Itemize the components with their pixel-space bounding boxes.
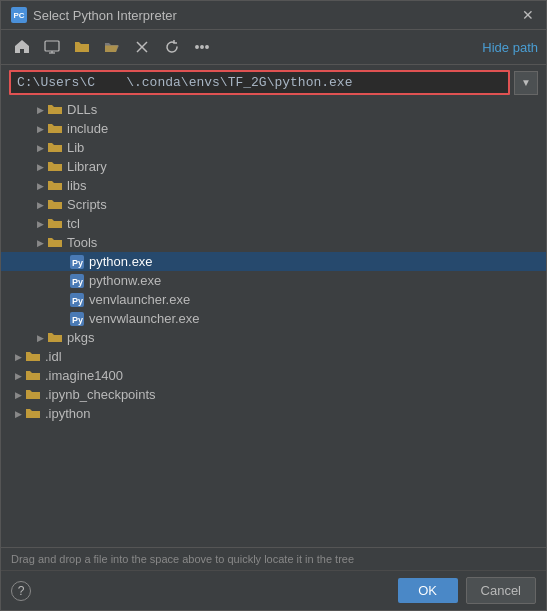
folder-icon (25, 370, 41, 382)
svg-point-5 (196, 46, 198, 48)
hide-path-button[interactable]: Hide path (482, 40, 538, 55)
svg-text:Py: Py (72, 277, 83, 287)
folder-icon (47, 332, 63, 344)
tree-item[interactable]: ▶ Library (1, 157, 546, 176)
tree-item[interactable]: ▶ Scripts (1, 195, 546, 214)
tree-item[interactable]: ▶ tcl (1, 214, 546, 233)
tree-item-label: Lib (67, 140, 84, 155)
folder-icon (25, 408, 41, 420)
tree-item[interactable]: ▶ pkgs (1, 328, 546, 347)
folder-icon (47, 161, 63, 173)
chevron-icon: ▶ (11, 371, 25, 381)
tree-item[interactable]: ▶ .idl (1, 347, 546, 366)
tree-item-label: Library (67, 159, 107, 174)
folder-icon (47, 180, 63, 192)
folder-icon (74, 40, 90, 54)
path-input[interactable] (9, 70, 510, 95)
home-button[interactable] (9, 34, 35, 60)
tree-item-label: pythonw.exe (89, 273, 161, 288)
tree-item[interactable]: ▶ Tools (1, 233, 546, 252)
chevron-icon: ▶ (33, 219, 47, 229)
tree-item[interactable]: ▶ Py venvlauncher.exe (1, 290, 546, 309)
cancel-button[interactable]: Cancel (466, 577, 536, 604)
app-icon: PC (11, 7, 27, 23)
more-icon (194, 39, 210, 55)
tree-item[interactable]: ▶ Py python.exe (1, 252, 546, 271)
tree-item-label: .ipynb_checkpoints (45, 387, 156, 402)
monitor-icon (44, 39, 60, 55)
tree-item[interactable]: ▶ Lib (1, 138, 546, 157)
refresh-icon (164, 39, 180, 55)
tree-item[interactable]: ▶ Py pythonw.exe (1, 271, 546, 290)
tree-item-label: venvlauncher.exe (89, 292, 190, 307)
python-file-icon: Py (69, 255, 85, 269)
folder-icon (25, 389, 41, 401)
tree-item-label: DLLs (67, 102, 97, 117)
tree-item[interactable]: ▶ .ipynb_checkpoints (1, 385, 546, 404)
tree-item[interactable]: ▶ include (1, 119, 546, 138)
file-tree[interactable]: ▶ DLLs▶ include▶ Lib▶ Library▶ libs▶ Scr… (1, 100, 546, 547)
toolbar: Hide path (1, 30, 546, 65)
folder-icon (47, 237, 63, 249)
tree-item[interactable]: ▶ DLLs (1, 100, 546, 119)
path-row: ▼ (1, 65, 546, 100)
chevron-icon: ▶ (11, 352, 25, 362)
tree-item-label: libs (67, 178, 87, 193)
tree-item-label: .imagine1400 (45, 368, 123, 383)
folder-icon (47, 123, 63, 135)
tree-item-label: pkgs (67, 330, 94, 345)
svg-text:Py: Py (72, 258, 83, 268)
chevron-icon: ▶ (33, 162, 47, 172)
tree-item-label: Scripts (67, 197, 107, 212)
chevron-icon: ▶ (33, 181, 47, 191)
folder-icon (25, 351, 41, 363)
tree-item-label: Tools (67, 235, 97, 250)
dialog: PC Select Python Interpreter ✕ (0, 0, 547, 611)
tree-item[interactable]: ▶ .ipython (1, 404, 546, 423)
chevron-icon: ▶ (33, 200, 47, 210)
python-file-icon: Py (69, 312, 85, 326)
refresh-button[interactable] (159, 34, 185, 60)
svg-point-7 (206, 46, 208, 48)
dialog-title: Select Python Interpreter (33, 8, 514, 23)
chevron-icon: ▶ (33, 238, 47, 248)
svg-rect-0 (45, 41, 59, 51)
folder-button[interactable] (69, 34, 95, 60)
tree-item-label: tcl (67, 216, 80, 231)
svg-text:Py: Py (72, 296, 83, 306)
tree-item[interactable]: ▶ .imagine1400 (1, 366, 546, 385)
chevron-icon: ▶ (33, 333, 47, 343)
folder-open-button[interactable] (99, 34, 125, 60)
chevron-icon: ▶ (33, 143, 47, 153)
status-bar: Drag and drop a file into the space abov… (1, 547, 546, 570)
folder-icon (47, 199, 63, 211)
folder-icon (47, 218, 63, 230)
tree-item-label: include (67, 121, 108, 136)
tree-item[interactable]: ▶ Py venvwlauncher.exe (1, 309, 546, 328)
chevron-icon: ▶ (11, 390, 25, 400)
tree-item[interactable]: ▶ libs (1, 176, 546, 195)
chevron-icon: ▶ (33, 105, 47, 115)
home-icon (14, 39, 30, 55)
close-button[interactable]: ✕ (520, 7, 536, 23)
ok-button[interactable]: OK (398, 578, 458, 603)
folder-icon (47, 104, 63, 116)
monitor-button[interactable] (39, 34, 65, 60)
tree-item-label: venvwlauncher.exe (89, 311, 200, 326)
delete-button[interactable] (129, 34, 155, 60)
delete-icon (135, 40, 149, 54)
folder-open-icon (104, 40, 120, 54)
chevron-icon: ▶ (33, 124, 47, 134)
svg-text:Py: Py (72, 315, 83, 325)
svg-point-6 (201, 46, 203, 48)
tree-item-label: .idl (45, 349, 62, 364)
path-dropdown-button[interactable]: ▼ (514, 71, 538, 95)
python-file-icon: Py (69, 293, 85, 307)
tree-item-label: .ipython (45, 406, 91, 421)
more-button[interactable] (189, 34, 215, 60)
title-bar: PC Select Python Interpreter ✕ (1, 1, 546, 30)
folder-icon (47, 142, 63, 154)
chevron-icon: ▶ (11, 409, 25, 419)
tree-item-label: python.exe (89, 254, 153, 269)
help-button[interactable]: ? (11, 581, 31, 601)
